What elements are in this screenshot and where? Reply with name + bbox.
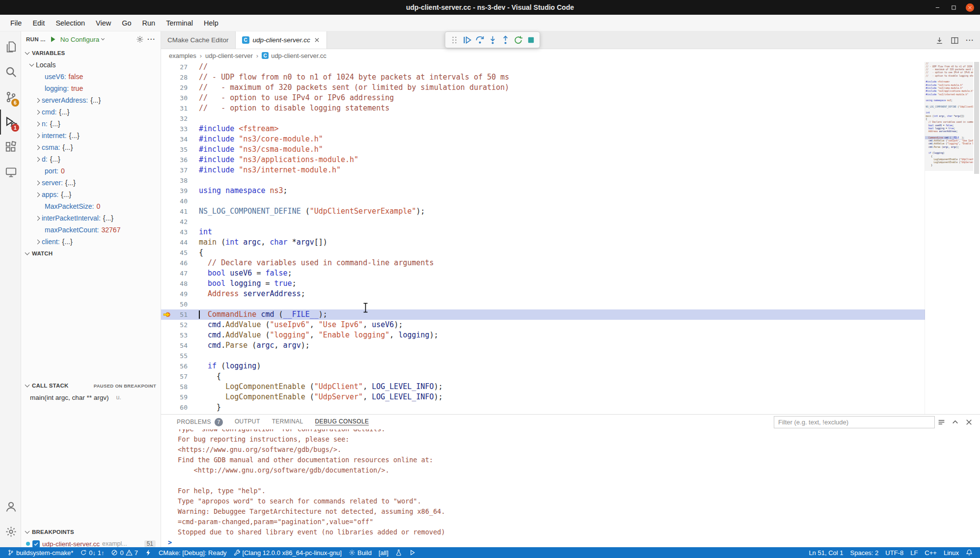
- breakpoint-margin[interactable]: [161, 392, 173, 402]
- breakpoint-margin[interactable]: [161, 103, 173, 113]
- restart-button[interactable]: [512, 33, 524, 46]
- breakpoint-margin[interactable]: [161, 351, 173, 361]
- code-line-48[interactable]: 48 bool logging = true;: [161, 279, 925, 289]
- variable-port[interactable]: port:0: [21, 165, 161, 177]
- code-line-60[interactable]: 60 }: [161, 402, 925, 413]
- code-line-50[interactable]: 50: [161, 299, 925, 309]
- breakpoint-margin[interactable]: [161, 299, 173, 309]
- code-line-27[interactable]: 27//: [161, 62, 925, 72]
- activity-accounts[interactable]: [0, 494, 21, 519]
- gear-icon[interactable]: [136, 35, 144, 43]
- variable-useV6[interactable]: useV6:false: [21, 71, 161, 83]
- breakpoint-margin[interactable]: [161, 413, 173, 414]
- code-line-36[interactable]: 36#include "ns3/applications-module.h": [161, 155, 925, 165]
- launch-button[interactable]: [406, 547, 419, 558]
- activity-remote-explorer[interactable]: [0, 160, 21, 185]
- breakpoint-margin[interactable]: [161, 268, 173, 279]
- activity-explorer[interactable]: [0, 34, 21, 59]
- breakpoint-margin[interactable]: [161, 382, 173, 392]
- download-icon[interactable]: [935, 36, 944, 45]
- variables-section-header[interactable]: VARIABLES: [21, 47, 161, 59]
- breakpoint-margin[interactable]: [161, 330, 173, 340]
- code-line-34[interactable]: 34#include "ns3/core-module.h": [161, 134, 925, 144]
- step-over-button[interactable]: [473, 33, 486, 46]
- breakpoint-margin[interactable]: [161, 237, 173, 248]
- variable-client[interactable]: client:{...}: [21, 236, 161, 248]
- call-stack-section-header[interactable]: CALL STACK PAUSED ON BREAKPOINT: [21, 380, 161, 391]
- code-line-29[interactable]: 29// - maximum of 320 packets sent (or l…: [161, 83, 925, 93]
- scrollbar-thumb[interactable]: [974, 62, 979, 174]
- breakpoint-margin[interactable]: [161, 186, 173, 196]
- ctest-button[interactable]: [392, 547, 406, 558]
- stop-button[interactable]: [524, 33, 537, 46]
- code-line-49[interactable]: 49 Address serverAddress;: [161, 289, 925, 299]
- os-indicator[interactable]: Linux: [940, 547, 962, 558]
- code-line-43[interactable]: 43int: [161, 227, 925, 237]
- code-line-56[interactable]: 56 if (logging): [161, 361, 925, 371]
- variable-MaxPacketSize[interactable]: MaxPacketSize:0: [21, 200, 161, 212]
- menu-terminal[interactable]: Terminal: [161, 15, 198, 31]
- sync-status[interactable]: 0↓ 1↑: [77, 547, 108, 558]
- tab-udp-client-server-cc[interactable]: Cudp-client-server.cc: [236, 31, 327, 49]
- menu-run[interactable]: Run: [137, 15, 161, 31]
- activity-search[interactable]: [0, 59, 21, 84]
- console-filter-input[interactable]: [774, 416, 935, 428]
- code-line-44[interactable]: 44main (int argc, char *argv[]): [161, 237, 925, 248]
- breakpoint-margin[interactable]: [161, 93, 173, 103]
- split-editor-icon[interactable]: [951, 36, 959, 45]
- code-line-53[interactable]: 53 cmd.AddValue ("logging", "Enable logg…: [161, 330, 925, 340]
- variable-logging[interactable]: logging:true: [21, 83, 161, 94]
- continue-button[interactable]: [461, 33, 473, 46]
- scope-locals[interactable]: Locals: [21, 59, 161, 71]
- code-line-57[interactable]: 57 {: [161, 371, 925, 382]
- code-line-59[interactable]: 59 LogComponentEnable ("UdpServer", LOG_…: [161, 392, 925, 402]
- console-prompt[interactable]: >: [168, 537, 980, 547]
- more-actions-icon[interactable]: ···: [147, 35, 156, 43]
- notifications[interactable]: [962, 547, 976, 558]
- minimap-slider[interactable]: [925, 62, 973, 171]
- code-line-40[interactable]: 40: [161, 196, 925, 206]
- eol[interactable]: LF: [907, 547, 921, 558]
- indentation[interactable]: Spaces: 2: [847, 547, 882, 558]
- variable-serverAddress[interactable]: serverAddress:{...}: [21, 94, 161, 106]
- debug-config-dropdown[interactable]: No Configura: [60, 36, 105, 43]
- activity-source-control[interactable]: 6: [0, 84, 21, 110]
- activity-run-debug[interactable]: 1: [0, 110, 21, 135]
- branch-status[interactable]: buildsystem-cmake*: [4, 547, 77, 558]
- cmake-build-button[interactable]: Build: [345, 547, 375, 558]
- menu-file[interactable]: File: [5, 15, 27, 31]
- code-line-52[interactable]: 52 cmd.AddValue ("useIpv6", "Use Ipv6", …: [161, 320, 925, 330]
- close-icon[interactable]: [966, 3, 974, 12]
- variable-d[interactable]: d:{...}: [21, 153, 161, 165]
- debug-target[interactable]: [141, 547, 155, 558]
- variable-server[interactable]: server:{...}: [21, 177, 161, 189]
- panel-tab-debug-console[interactable]: DEBUG CONSOLE: [315, 418, 369, 425]
- close-panel-icon[interactable]: [965, 418, 973, 426]
- breadcrumb-item[interactable]: udp-client-server: [196, 52, 253, 59]
- variable-n[interactable]: n:{...}: [21, 118, 161, 130]
- stack-frame[interactable]: main(int argc, char ** argv) u.: [21, 391, 161, 403]
- menu-selection[interactable]: Selection: [50, 15, 90, 31]
- minimize-icon[interactable]: [933, 3, 942, 12]
- code-line-30[interactable]: 30// - option to use IPv4 or IPv6 addres…: [161, 93, 925, 103]
- activity-extensions[interactable]: [0, 135, 21, 160]
- breakpoint-margin[interactable]: [161, 402, 173, 413]
- debug-console[interactable]: Type "show configuration" for configurat…: [161, 429, 980, 547]
- breakpoint-margin[interactable]: [161, 165, 173, 175]
- code-line-32[interactable]: 32: [161, 113, 925, 124]
- language-mode[interactable]: C++: [921, 547, 940, 558]
- drag-handle[interactable]: [448, 33, 461, 46]
- code-line-54[interactable]: 54 cmd.Parse (argc, argv);: [161, 340, 925, 351]
- debug-current-line-icon[interactable]: [161, 309, 173, 320]
- breakpoint-item[interactable]: udp-client-server.cc exampl... 51: [21, 538, 161, 547]
- breakpoint-margin[interactable]: [161, 124, 173, 134]
- maximize-icon[interactable]: [950, 3, 958, 12]
- variable-cmd[interactable]: cmd:{...}: [21, 106, 161, 118]
- code-line-45[interactable]: 45{: [161, 248, 925, 258]
- breakpoint-margin[interactable]: [161, 83, 173, 93]
- breakpoint-margin[interactable]: [161, 217, 173, 227]
- code-line-61[interactable]: 61: [161, 413, 925, 414]
- start-debugging-icon[interactable]: [49, 35, 57, 43]
- menu-view[interactable]: View: [90, 15, 116, 31]
- code-line-51[interactable]: 51 CommandLine cmd (__FILE__);: [161, 309, 925, 320]
